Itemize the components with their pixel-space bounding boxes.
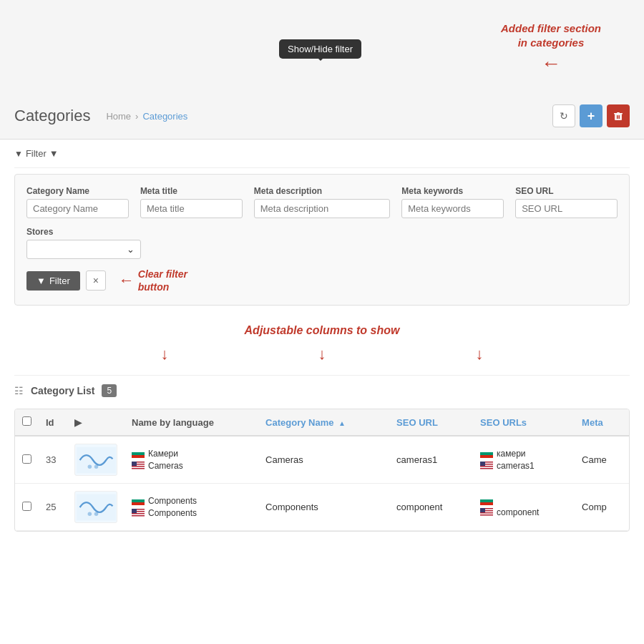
row-seo-urls: component	[473, 484, 575, 531]
svg-rect-8	[132, 449, 145, 452]
svg-rect-18	[480, 452, 493, 455]
filter-actions: ▼ Filter × ← Clear filterbutton	[26, 268, 618, 293]
svg-rect-16	[132, 462, 137, 466]
category-name-input[interactable]	[26, 199, 129, 218]
filter-button[interactable]: ▼ Filter	[26, 271, 80, 291]
meta-description-label: Meta description	[254, 186, 391, 196]
svg-rect-23	[480, 467, 493, 469]
svg-rect-46	[480, 508, 485, 512]
row-checkbox-cell[interactable]	[15, 436, 39, 484]
filter-toggle-label: Filter	[26, 148, 47, 159]
lang-item	[480, 497, 567, 505]
select-all-checkbox[interactable]	[22, 416, 31, 426]
category-name-header[interactable]: Category Name ▲	[258, 409, 389, 436]
row-image	[67, 436, 125, 484]
svg-point-28	[94, 512, 98, 516]
meta-header[interactable]: Meta	[575, 409, 629, 436]
seo-urls-label: SEO URLs	[480, 417, 527, 428]
lang-item: Камери	[132, 449, 251, 459]
svg-rect-0	[615, 114, 622, 120]
svg-rect-3	[617, 115, 618, 119]
page-header: Categories Home › Categories ↻ +	[0, 93, 644, 140]
row-id: 33	[39, 436, 67, 484]
row-seo-urls: камериcameras1	[473, 436, 575, 484]
stores-label: Stores	[26, 227, 618, 237]
row-checkbox[interactable]	[22, 502, 31, 511]
row-image	[67, 484, 125, 531]
table-row: 25 ComponentsComponents Components compo…	[15, 484, 629, 531]
svg-rect-17	[480, 449, 493, 452]
sort-asc-icon: ▲	[338, 419, 346, 427]
svg-rect-15	[132, 469, 145, 471]
breadcrumb: Home › Categories	[106, 111, 187, 122]
breadcrumb-home[interactable]: Home	[106, 111, 131, 122]
name-by-language-label: Name by language	[132, 417, 214, 428]
seo-url-input[interactable]	[515, 199, 618, 218]
svg-rect-14	[132, 467, 145, 469]
row-meta: Came	[575, 436, 629, 484]
row-names: ComponentsComponents	[125, 484, 258, 531]
svg-rect-30	[132, 499, 145, 502]
stores-dropdown[interactable]: ⌄	[26, 240, 141, 259]
meta-keywords-field: Meta keywords	[401, 186, 504, 218]
filter-panel: Category Name Meta title Meta descriptio…	[14, 174, 630, 306]
lang-item: Components	[132, 508, 251, 518]
meta-title-label: Meta title	[140, 186, 243, 196]
svg-rect-29	[132, 497, 145, 499]
lang-item: камери	[480, 449, 567, 459]
svg-rect-10	[132, 455, 145, 458]
delete-button[interactable]	[607, 104, 630, 127]
refresh-button[interactable]: ↻	[552, 104, 575, 127]
row-id: 25	[39, 484, 67, 531]
svg-rect-37	[132, 509, 137, 513]
meta-description-field: Meta description	[254, 186, 391, 218]
chevron-down-icon: ▼	[49, 148, 59, 159]
row-seo-url: cameras1	[389, 436, 473, 484]
row-category-name: Cameras	[258, 436, 389, 484]
row-names: КамериCameras	[125, 436, 258, 484]
svg-rect-31	[132, 502, 145, 505]
meta-description-input[interactable]	[254, 199, 391, 218]
stores-field: Stores ⌄	[26, 227, 618, 259]
svg-rect-38	[480, 497, 493, 499]
row-checkbox[interactable]	[22, 454, 31, 464]
row-meta: Comp	[575, 484, 629, 531]
seo-url-label: SEO URL	[396, 417, 438, 428]
table-row: 33 КамериCameras Cameras cameras1 камери…	[15, 436, 629, 484]
select-all-header[interactable]	[15, 409, 39, 436]
svg-rect-26	[77, 494, 116, 521]
annotation-filter-section: Added filter sectionin categories	[501, 21, 601, 49]
seo-url-header[interactable]: SEO URL	[389, 409, 473, 436]
filter-button-label: Filter	[49, 275, 70, 286]
svg-rect-9	[132, 452, 145, 455]
row-checkbox-cell[interactable]	[15, 484, 39, 531]
svg-point-27	[87, 512, 92, 516]
clear-filter-button[interactable]: ×	[86, 270, 106, 291]
seo-urls-header[interactable]: SEO URLs	[473, 409, 575, 436]
row-category-name: Components	[258, 484, 389, 531]
meta-title-input[interactable]	[140, 199, 243, 218]
meta-label: Meta	[582, 417, 603, 428]
image-icon: ▶	[74, 417, 82, 428]
meta-keywords-label: Meta keywords	[401, 186, 504, 196]
tooltip-text: Show/Hide filter	[288, 44, 353, 54]
seo-url-field: SEO URL	[515, 186, 618, 218]
lang-item: Cameras	[132, 461, 251, 471]
list-header: ☷ Category List 5	[14, 375, 630, 403]
seo-url-label: SEO URL	[515, 186, 618, 196]
lang-item: cameras1	[480, 461, 567, 471]
row-seo-url: component	[389, 484, 473, 531]
meta-keywords-input[interactable]	[401, 199, 504, 218]
chevron-down-icon: ⌄	[127, 244, 135, 255]
category-name-field: Category Name	[26, 186, 129, 218]
lang-item: Components	[132, 496, 251, 506]
annotation-clear-filter: Clear filterbutton	[138, 268, 187, 293]
name-by-language-header: Name by language	[125, 409, 258, 436]
breadcrumb-categories[interactable]: Categories	[142, 111, 187, 122]
add-button[interactable]: +	[580, 104, 602, 127]
svg-rect-5	[77, 447, 116, 474]
svg-rect-44	[480, 514, 493, 515]
category-name-label: Category Name	[26, 186, 129, 196]
svg-rect-40	[480, 502, 493, 505]
filter-toggle-button[interactable]: ▼ Filter ▼	[14, 148, 59, 159]
